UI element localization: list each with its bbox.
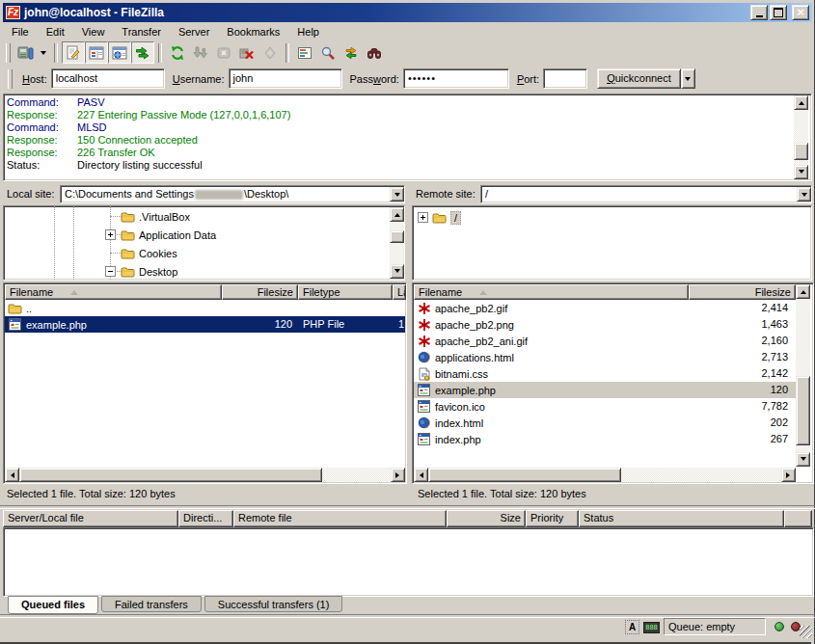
directory-comparison-button[interactable] [316,41,340,64]
file-row-example-php[interactable]: example.php120PHP File1 [5,316,405,333]
queue-column-header-priority[interactable]: Priority [526,510,579,527]
menu-edit[interactable]: Edit [38,23,73,40]
local-tree-scroll-down-button[interactable] [390,264,404,279]
filezilla-app-icon[interactable]: Fz [6,6,20,19]
tab-successful-transfers-1[interactable]: Successful transfers (1) [204,596,343,612]
log-scroll-down-button[interactable] [794,165,808,179]
scroll-up-button[interactable] [796,284,810,299]
hscrollbar-thumb[interactable] [428,468,621,482]
menu-bookmarks[interactable]: Bookmarks [218,23,288,40]
queue-column-header-directi[interactable]: Directi... [178,510,233,527]
remote-site-combo-dropdown[interactable] [797,187,811,201]
quickconnect-dropdown-button[interactable] [681,68,695,89]
quickconnect-grip[interactable] [8,69,13,89]
column-header-filename[interactable]: Filename [5,284,222,300]
scroll-left-button[interactable] [5,468,19,482]
site-manager-button[interactable] [14,41,37,64]
queue-column-header-status[interactable]: Status [579,510,784,527]
host-input[interactable]: localhost [51,68,165,89]
queue-column-header-server-local-file[interactable]: Server/Local file [3,510,178,527]
column-header-filesize[interactable]: Filesize [222,284,298,300]
disconnect-button[interactable] [235,41,258,64]
remote-tree-view-button[interactable] [108,41,131,64]
tree-item-application-data[interactable]: Application Data [121,226,216,244]
scroll-left-button[interactable] [414,468,428,482]
scroll-down-button[interactable] [796,452,810,467]
queue-column-header-filler[interactable] [784,510,812,527]
file-row-apache-pb2-png[interactable]: apache_pb2.png1,463 [414,316,796,333]
local-site-combo-dropdown[interactable] [390,187,404,201]
remote-site-combo[interactable]: / [480,185,812,203]
find-files-button[interactable] [363,41,386,64]
tab-failed-transfers[interactable]: Failed transfers [101,596,202,612]
scroll-right-button[interactable] [391,468,405,482]
window-resize-grip[interactable] [800,626,812,638]
menu-view[interactable]: View [73,23,114,40]
scroll-right-button[interactable] [781,468,796,482]
file-row-[interactable]: .. [5,300,405,316]
tree-item-root[interactable]: / [432,208,461,227]
directory-listing-filters-button[interactable] [293,41,316,64]
queue-column-header-size[interactable]: Size [447,510,526,527]
column-header-filename[interactable]: Filename [414,284,689,300]
tree-item-cookies[interactable]: Cookies [121,244,177,262]
transfer-queue-view-button[interactable] [131,41,154,64]
firefox-file-icon [417,351,431,363]
process-queue-button[interactable] [189,41,212,64]
app-file-icon [8,318,22,331]
log-scroll-up-button[interactable] [794,95,808,110]
expand-icon[interactable] [105,229,116,240]
remote-tree-view-icon [112,45,127,61]
ascii-datatype-indicator[interactable]: A [625,620,639,634]
toolbar-grip[interactable] [6,43,11,63]
username-input[interactable]: john [229,68,342,89]
file-row-applications-html[interactable]: applications.html2,713 [414,349,796,365]
reconnect-button[interactable] [258,41,282,64]
tree-item-desktop[interactable]: Desktop [121,262,177,281]
collapse-icon[interactable] [105,266,116,277]
local-list-hscrollbar[interactable] [5,468,405,482]
transfer-queue-body[interactable] [3,527,814,597]
refresh-button[interactable] [166,41,189,64]
hscrollbar-thumb[interactable] [19,468,322,482]
local-tree-scrollbar-thumb[interactable] [390,230,404,243]
synchronized-browsing-button[interactable] [340,41,363,64]
maximize-button[interactable] [770,5,787,20]
file-row-apache-pb2-ani-gif[interactable]: apache_pb2_ani.gif2,160 [414,333,796,349]
title-bar[interactable]: Fz john@localhost - FileZilla × [3,3,812,22]
quickconnect-button[interactable]: Quickconnect [597,68,681,89]
tree-item-label: .VirtualBox [139,211,190,223]
file-row-example-php[interactable]: example.php120 [414,382,796,398]
file-row-bitnami-css[interactable]: bitnami.css2,142 [414,365,796,382]
column-header-filesize[interactable]: Filesize [689,284,796,300]
file-row-favicon-ico[interactable]: favicon.ico7,782 [414,398,796,415]
local-tree-scroll-up-button[interactable] [390,207,404,222]
minimize-button[interactable] [750,5,768,20]
vscrollbar-thumb[interactable] [796,376,810,445]
queue-splitter[interactable] [0,505,815,509]
column-header-filetype[interactable]: Filetype [298,284,393,300]
local-site-combo[interactable]: C:\Documents and Settings\Desktop\ [60,185,405,203]
tree-item-virtualbox[interactable]: .VirtualBox [121,207,190,226]
file-row-index-html[interactable]: index.html202 [414,415,796,431]
log-entry-label: Status: [7,159,77,172]
port-input[interactable] [543,68,587,89]
menu-file[interactable]: File [3,23,38,40]
local-tree-view-button[interactable] [85,41,108,64]
close-button[interactable]: × [792,5,809,20]
site-manager-dropdown-button[interactable] [37,41,50,64]
message-log-button[interactable] [62,41,85,64]
column-header-last-modified[interactable]: Last modified [393,284,406,300]
file-row-index-php[interactable]: index.php267 [414,431,796,447]
menu-transfer[interactable]: Transfer [113,23,170,40]
expand-icon[interactable] [418,212,428,223]
tab-queued-files[interactable]: Queued files [8,596,98,614]
queue-column-header-remote-file[interactable]: Remote file [233,510,447,527]
speed-limits-icon[interactable]: 888 [643,622,660,633]
menu-server[interactable]: Server [170,23,218,40]
password-input[interactable]: •••••• [403,68,509,89]
menu-help[interactable]: Help [288,23,328,40]
cancel-operation-button[interactable] [212,41,235,64]
file-row-apache-pb2-gif[interactable]: apache_pb2.gif2,414 [414,300,796,316]
log-scrollbar-thumb[interactable] [794,143,808,160]
